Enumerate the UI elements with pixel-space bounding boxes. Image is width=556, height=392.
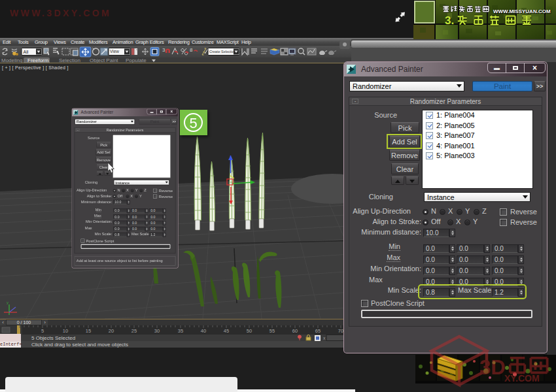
- svg-text:15: 15: [86, 328, 91, 334]
- svg-text:x: x: [323, 336, 326, 340]
- svg-text:50: 50: [247, 328, 252, 334]
- svg-text:60: 60: [292, 328, 298, 334]
- svg-text:35: 35: [178, 328, 183, 334]
- svg-text:20: 20: [109, 328, 114, 334]
- svg-text:10: 10: [63, 328, 68, 334]
- svg-text:30: 30: [154, 328, 160, 334]
- svg-text:25: 25: [131, 328, 137, 334]
- svg-text:70: 70: [338, 328, 343, 334]
- svg-text:All: All: [24, 50, 29, 54]
- svg-text:y: y: [7, 301, 9, 304]
- svg-text:65: 65: [315, 328, 321, 334]
- svg-text:8: 8: [190, 47, 193, 53]
- svg-text:View: View: [110, 49, 119, 54]
- svg-text:40: 40: [201, 328, 206, 334]
- svg-text:5: 5: [41, 328, 44, 334]
- svg-text:45: 45: [224, 328, 229, 334]
- svg-text:3: 3: [162, 47, 165, 53]
- svg-text:55: 55: [269, 328, 275, 334]
